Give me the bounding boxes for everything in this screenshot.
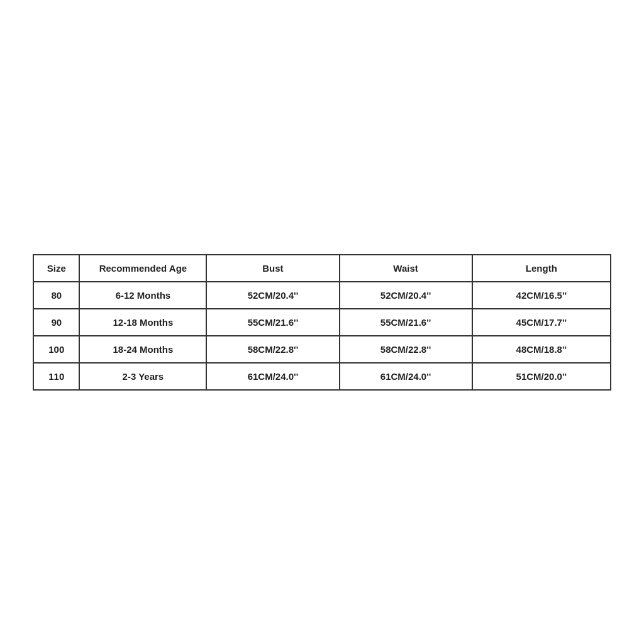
cell-length: 45CM/17.7'' [472, 309, 611, 336]
cell-size: 100 [33, 336, 79, 363]
header-length: Length [472, 255, 611, 282]
cell-length: 51CM/20.0'' [472, 363, 611, 390]
cell-length: 42CM/16.5'' [472, 282, 611, 309]
size-chart-container: Size Recommended Age Bust Waist Length 8… [33, 254, 611, 391]
cell-recommended-age: 2-3 Years [79, 363, 206, 390]
header-waist: Waist [340, 255, 472, 282]
cell-recommended-age: 6-12 Months [79, 282, 206, 309]
cell-bust: 55CM/21.6'' [206, 309, 339, 336]
cell-size: 110 [33, 363, 79, 390]
cell-recommended-age: 18-24 Months [79, 336, 206, 363]
header-recommended-age: Recommended Age [79, 255, 206, 282]
table-row: 9012-18 Months55CM/21.6''55CM/21.6''45CM… [33, 309, 611, 336]
header-bust: Bust [206, 255, 339, 282]
cell-bust: 52CM/20.4'' [206, 282, 339, 309]
table-row: 1102-3 Years61CM/24.0''61CM/24.0''51CM/2… [33, 363, 611, 390]
cell-size: 80 [33, 282, 79, 309]
table-row: 806-12 Months52CM/20.4''52CM/20.4''42CM/… [33, 282, 611, 309]
cell-size: 90 [33, 309, 79, 336]
table-header-row: Size Recommended Age Bust Waist Length [33, 255, 611, 282]
cell-waist: 61CM/24.0'' [340, 363, 472, 390]
cell-waist: 52CM/20.4'' [340, 282, 472, 309]
size-chart-table: Size Recommended Age Bust Waist Length 8… [33, 254, 611, 391]
cell-waist: 58CM/22.8'' [340, 336, 472, 363]
cell-recommended-age: 12-18 Months [79, 309, 206, 336]
cell-waist: 55CM/21.6'' [340, 309, 472, 336]
cell-bust: 61CM/24.0'' [206, 363, 339, 390]
cell-bust: 58CM/22.8'' [206, 336, 339, 363]
header-size: Size [33, 255, 79, 282]
table-row: 10018-24 Months58CM/22.8''58CM/22.8''48C… [33, 336, 611, 363]
cell-length: 48CM/18.8'' [472, 336, 611, 363]
